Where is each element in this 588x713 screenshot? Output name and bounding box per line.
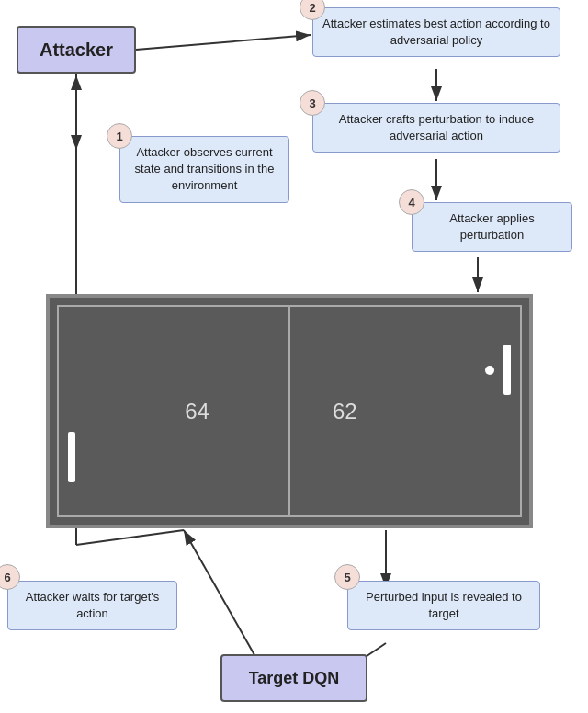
target-box: Target DQN: [220, 654, 368, 702]
pong-game: 64 62: [46, 294, 533, 528]
paddle-left: [68, 432, 75, 482]
step2-box: Attacker estimates best action according…: [312, 7, 560, 57]
paddle-right: [503, 345, 511, 395]
diagram: Attacker 2 Attacker estimates best actio…: [0, 0, 588, 713]
step5-box: Perturbed input is revealed to target: [347, 581, 540, 630]
svg-line-6: [76, 530, 184, 545]
score-right: 62: [333, 399, 357, 424]
badge-step1: 1: [107, 123, 132, 149]
pong-center-line: [288, 307, 290, 515]
badge-step5: 5: [334, 564, 360, 590]
step4-box: Attacker applies perturbation: [412, 202, 572, 252]
svg-line-8: [184, 530, 262, 668]
attacker-box: Attacker: [17, 26, 136, 74]
svg-line-1: [136, 35, 311, 50]
attacker-label: Attacker: [40, 40, 113, 61]
pong-inner: 64 62: [57, 305, 522, 517]
ball: [485, 366, 494, 375]
badge-step4: 4: [399, 189, 424, 215]
score-left: 64: [185, 399, 209, 424]
step6-box: Attacker waits for target's action: [7, 581, 177, 630]
step1-box: Attacker observes current state and tran…: [119, 136, 289, 203]
target-label: Target DQN: [249, 669, 340, 688]
badge-step3: 3: [300, 90, 325, 116]
step3-box: Attacker crafts perturbation to induce a…: [312, 103, 560, 153]
